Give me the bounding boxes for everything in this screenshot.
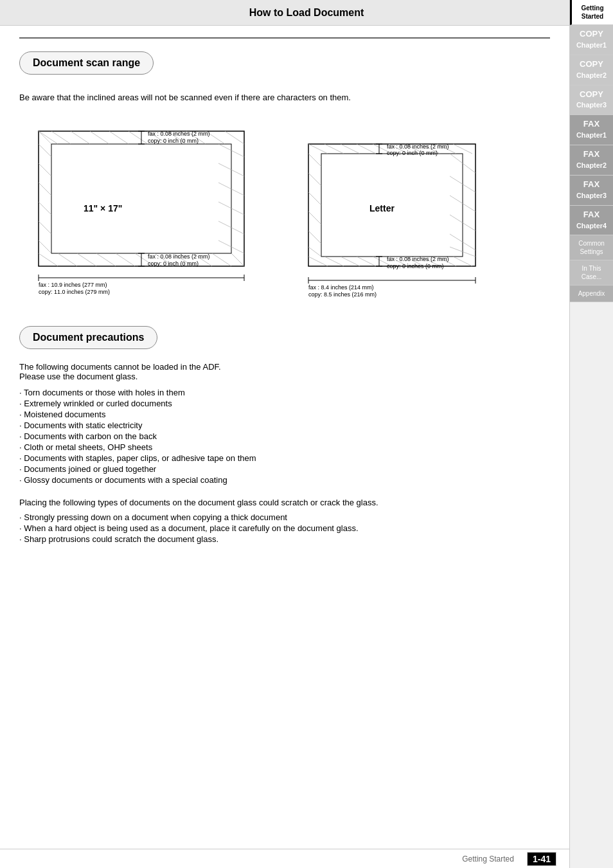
sidebar-item-copy-ch3[interactable]: COPYChapter3 xyxy=(570,86,613,116)
svg-line-2 xyxy=(39,131,51,144)
svg-line-56 xyxy=(308,144,328,154)
list-item: Documents joined or glued together xyxy=(19,464,550,474)
svg-text:fax  : 0.08 inches (2 mm): fax : 0.08 inches (2 mm) xyxy=(387,143,449,150)
page-footer: Getting Started 1-41 xyxy=(0,849,569,868)
list-item: Extremely wrinkled or curled documents xyxy=(19,399,550,408)
svg-line-81 xyxy=(308,247,321,257)
list-item: Torn documents or those with holes in th… xyxy=(19,388,550,397)
list-item: Documents with carbon on the back xyxy=(19,431,550,441)
sidebar-item-appendix[interactable]: Appendix xyxy=(570,285,613,302)
page-title: How to Load Document xyxy=(249,7,364,19)
sidebar-item-common-settings[interactable]: CommonSettings xyxy=(570,235,613,260)
chapter-sidebar: Getting Started COPYChapter1 COPYChapter… xyxy=(569,0,613,868)
page-header: How to Load Document xyxy=(0,0,613,26)
svg-line-17 xyxy=(58,253,77,266)
list-item: Glossy documents or documents with a spe… xyxy=(19,475,550,485)
svg-line-76 xyxy=(308,154,321,167)
svg-line-32 xyxy=(39,240,51,253)
svg-marker-4 xyxy=(39,131,51,266)
precautions-list: Torn documents or those with holes in th… xyxy=(19,388,550,485)
sidebar-item-fax-ch4[interactable]: FAXChapter4 xyxy=(570,206,613,236)
svg-line-80 xyxy=(308,231,321,244)
svg-line-27 xyxy=(39,144,51,157)
scan-range-title: Document scan range xyxy=(33,57,140,68)
scan-range-box: Document scan range xyxy=(19,51,154,75)
svg-line-69 xyxy=(357,257,376,266)
list-item: Documents with staples, paper clips, or … xyxy=(19,453,550,463)
svg-line-10 xyxy=(129,131,148,144)
svg-text:fax  : 0.08 inches (2 mm): fax : 0.08 inches (2 mm) xyxy=(148,131,210,137)
sidebar-item-fax-ch2[interactable]: FAXChapter2 xyxy=(570,145,613,176)
svg-line-16 xyxy=(39,253,58,266)
svg-text:copy: 0 inch (0 mm): copy: 0 inch (0 mm) xyxy=(148,260,199,267)
svg-line-26 xyxy=(231,253,244,266)
large-doc-label: 11" × 17" xyxy=(84,203,122,213)
svg-line-57 xyxy=(324,144,344,154)
svg-line-30 xyxy=(39,202,51,215)
sidebar-item-fax-ch3[interactable]: FAXChapter3 xyxy=(570,176,613,206)
svg-text:copy: 0 inch (0 mm): copy: 0 inch (0 mm) xyxy=(148,138,199,144)
svg-line-58 xyxy=(341,144,360,154)
svg-line-28 xyxy=(39,163,51,176)
svg-line-66 xyxy=(308,257,328,266)
sidebar-item-fax-ch1[interactable]: FAXChapter1 xyxy=(570,115,613,145)
diagram-svg: 11" × 17" fax : 0.08 inches (2 mm) copy:… xyxy=(19,112,546,305)
footer-label: Getting Started xyxy=(462,854,514,863)
list-item: Moistened documents xyxy=(19,410,550,419)
precautions-intro: The following documents cannot be loaded… xyxy=(19,362,550,381)
top-divider xyxy=(19,37,550,39)
svg-line-29 xyxy=(39,183,51,195)
list-item: Sharp protrusions could scratch the docu… xyxy=(19,534,550,544)
scan-range-intro: Be aware that the inclined areas will no… xyxy=(19,93,550,102)
glass-list: Strongly pressing down on a document whe… xyxy=(19,512,550,544)
svg-line-8 xyxy=(90,131,109,144)
sidebar-item-copy-ch2[interactable]: COPYChapter2 xyxy=(570,55,613,86)
svg-line-77 xyxy=(308,173,321,186)
svg-text:fax  : 8.4 inches (214 mm): fax : 8.4 inches (214 mm) xyxy=(308,284,374,291)
svg-line-25 xyxy=(212,253,231,266)
glass-warning: Placing the following types of documents… xyxy=(19,498,550,507)
precautions-box: Document precautions xyxy=(19,326,157,349)
svg-text:fax  : 0.08 inches (2 mm): fax : 0.08 inches (2 mm) xyxy=(387,256,449,262)
svg-line-68 xyxy=(341,257,360,266)
svg-line-67 xyxy=(324,257,344,266)
scan-range-diagram: 11" × 17" fax : 0.08 inches (2 mm) copy:… xyxy=(19,112,550,307)
svg-line-59 xyxy=(357,144,376,154)
svg-line-19 xyxy=(96,253,116,266)
precautions-title: Document precautions xyxy=(33,332,144,343)
svg-line-75 xyxy=(453,257,472,266)
svg-text:copy: 11.0 inches (279 mm): copy: 11.0 inches (279 mm) xyxy=(39,289,110,295)
svg-text:copy: 0 inches (0 mm): copy: 0 inches (0 mm) xyxy=(387,263,444,269)
sidebar-item-copy-ch1[interactable]: COPYChapter1 xyxy=(570,25,613,55)
letter-doc-label: Letter xyxy=(369,203,395,213)
svg-text:fax  : 0.08 inches (2 mm): fax : 0.08 inches (2 mm) xyxy=(148,253,210,260)
svg-line-79 xyxy=(308,212,321,224)
list-item: When a hard object is being used as a do… xyxy=(19,523,550,533)
svg-line-65 xyxy=(453,144,472,154)
svg-text:fax  : 10.9 inches (277 mm): fax : 10.9 inches (277 mm) xyxy=(39,282,107,288)
list-item: Documents with static electricity xyxy=(19,420,550,430)
svg-line-7 xyxy=(71,131,90,144)
list-item: Strongly pressing down on a document whe… xyxy=(19,512,550,522)
sidebar-item-getting-started[interactable]: Getting Started xyxy=(570,0,613,25)
svg-line-18 xyxy=(77,253,96,266)
svg-text:copy: 0 inch (0 mm): copy: 0 inch (0 mm) xyxy=(387,150,438,156)
main-content: Document scan range Be aware that the in… xyxy=(0,26,569,558)
svg-line-78 xyxy=(308,192,321,205)
svg-line-9 xyxy=(109,131,129,144)
sidebar-item-in-this-case[interactable]: In ThisCase... xyxy=(570,260,613,285)
list-item: Cloth or metal sheets, OHP sheets xyxy=(19,442,550,452)
svg-text:copy: 8.5 inches (216 mm): copy: 8.5 inches (216 mm) xyxy=(308,291,377,298)
footer-page: 1-41 xyxy=(527,852,556,866)
svg-rect-1 xyxy=(51,144,231,253)
svg-line-5 xyxy=(39,131,58,144)
svg-line-31 xyxy=(39,221,51,234)
svg-line-20 xyxy=(116,253,135,266)
svg-line-6 xyxy=(51,131,71,144)
svg-line-15 xyxy=(225,131,244,144)
